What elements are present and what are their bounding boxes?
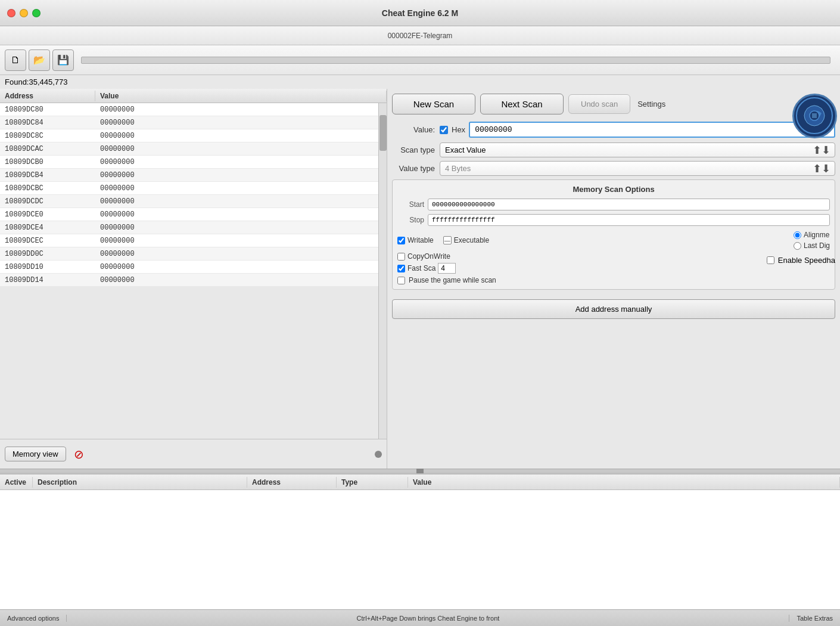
settings-link[interactable]: Settings <box>637 100 665 109</box>
table-row[interactable]: 10809DD0C00000000 <box>0 247 387 261</box>
table-row[interactable]: 10809DCE400000000 <box>0 221 387 234</box>
pause-label: Pause the game while scan <box>409 276 496 284</box>
next-scan-button[interactable]: Next Scan <box>480 94 564 114</box>
process-name: 000002FE-Telegram <box>388 32 453 40</box>
writable-checkbox[interactable] <box>397 237 405 244</box>
speedhack-area: Enable Speedha <box>767 256 835 265</box>
new-file-button[interactable]: 🗋 <box>5 49 26 71</box>
address-cell: 10809DCB4 <box>0 170 95 181</box>
minimize-button[interactable] <box>20 9 28 17</box>
status-center: Ctrl+Alt+Page Down brings Cheat Engine t… <box>67 615 789 622</box>
address-cell: 10809DC8C <box>0 131 95 141</box>
alignment-radio[interactable] <box>794 231 801 239</box>
value-column-header: Value <box>95 91 387 101</box>
bottom-section: Active Description Address Type Value <box>0 473 840 609</box>
value-cell: 00000000 <box>95 183 387 194</box>
new-scan-button[interactable]: New Scan <box>392 94 475 114</box>
clear-button[interactable]: ⊘ <box>71 446 88 463</box>
stop-address-row: Stop <box>397 214 830 226</box>
copy-on-write-checkbox-item: CopyOnWrite <box>397 252 450 261</box>
add-address-button[interactable]: Add address manually <box>392 299 835 319</box>
value-cell: 00000000 <box>95 144 387 154</box>
value-cell: 00000000 <box>95 131 387 141</box>
executable-partial-checkbox[interactable]: — <box>443 236 452 244</box>
window-controls[interactable] <box>7 9 41 17</box>
undo-scan-button[interactable]: Undo scan <box>568 94 630 114</box>
value-cell: 00000000 <box>95 249 387 259</box>
table-row[interactable]: 10809DD1000000000 <box>0 261 387 274</box>
scrollbar[interactable] <box>378 103 387 439</box>
scan-type-select[interactable]: Exact Value Bigger than... Smaller than.… <box>440 142 835 157</box>
window-title: Cheat Engine 6.2 M <box>382 8 458 18</box>
radio-group: Alignme Last Dig <box>794 231 830 250</box>
value-cell: 00000000 <box>95 222 387 233</box>
table-row[interactable]: 10809DCAC00000000 <box>0 142 387 156</box>
memory-scan-section: Memory Scan Options Start Stop Writable … <box>392 179 835 290</box>
table-row[interactable]: 10809DC8000000000 <box>0 103 387 116</box>
close-button[interactable] <box>7 9 15 17</box>
table-row[interactable]: 10809DC8C00000000 <box>0 129 387 142</box>
address-table: Address Value 10809DC800000000010809DC84… <box>0 89 387 439</box>
pause-checkbox[interactable] <box>397 277 405 284</box>
stop-label: Stop <box>397 216 424 224</box>
split-pane: Address Value 10809DC800000000010809DC84… <box>0 89 840 469</box>
table-row[interactable]: 10809DC8400000000 <box>0 116 387 129</box>
fast-scan-label: Fast Sca <box>407 264 435 272</box>
checkboxes-row: Writable — Executable Alignme Last <box>397 231 830 250</box>
last-digits-radio[interactable] <box>794 242 801 250</box>
table-row[interactable]: 10809DCEC00000000 <box>0 234 387 247</box>
value-cell: 00000000 <box>95 275 387 286</box>
table-row[interactable]: 10809DCB400000000 <box>0 169 387 182</box>
table-row[interactable]: 10809DCBC00000000 <box>0 182 387 195</box>
address-cell: 10809DC84 <box>0 117 95 128</box>
executable-checkbox-item: — Executable <box>443 236 489 244</box>
writable-checkbox-item: Writable <box>397 236 434 244</box>
title-bar: Cheat Engine 6.2 M <box>0 0 840 26</box>
last-digits-radio-item: Last Dig <box>794 241 830 250</box>
status-right[interactable]: Table Extras <box>789 615 840 622</box>
scan-type-row: Scan type Exact Value Bigger than... Sma… <box>392 142 835 157</box>
checkboxes-row-3: Fast Sca <box>397 263 830 274</box>
start-address-input[interactable] <box>428 199 830 210</box>
memory-scan-title: Memory Scan Options <box>397 185 830 194</box>
value-type-label: Value type <box>392 164 440 173</box>
fast-scan-value-input[interactable] <box>438 263 456 274</box>
enable-speedhack-checkbox[interactable] <box>767 256 774 264</box>
address-column-header: Address <box>0 91 95 101</box>
hex-checkbox[interactable] <box>440 126 448 134</box>
drag-handle[interactable] <box>375 451 382 458</box>
divider-handle[interactable] <box>0 469 840 473</box>
scrollbar-thumb[interactable] <box>379 115 387 151</box>
alignment-label: Alignme <box>804 231 829 239</box>
fast-scan-checkbox[interactable] <box>397 265 405 272</box>
address-cell: 10809DCE0 <box>0 209 95 220</box>
value-cell: 00000000 <box>95 235 387 246</box>
maximize-button[interactable] <box>32 9 41 17</box>
found-count-bar: Found:35,445,773 <box>0 75 840 89</box>
enable-speedhack-label: Enable Speedha <box>778 256 835 265</box>
address-cell: 10809DCE4 <box>0 222 95 233</box>
subtitle-bar: 000002FE-Telegram <box>0 26 840 45</box>
copy-on-write-checkbox[interactable] <box>397 253 405 261</box>
hex-checkbox-area: Hex <box>440 125 465 134</box>
hex-label: Hex <box>452 125 465 134</box>
open-file-button[interactable]: 📂 <box>29 49 50 71</box>
writable-label: Writable <box>407 236 434 244</box>
executable-label: Executable <box>454 236 489 244</box>
table-row[interactable]: 10809DCDC00000000 <box>0 195 387 208</box>
stop-address-input[interactable] <box>428 214 830 226</box>
table-body[interactable]: 10809DC800000000010809DC840000000010809D… <box>0 103 387 439</box>
bottom-table-header: Active Description Address Type Value <box>0 475 840 490</box>
table-row[interactable]: 10809DD1400000000 <box>0 274 387 287</box>
table-row[interactable]: 10809DCB000000000 <box>0 156 387 169</box>
address-col-header: Address <box>247 477 337 488</box>
table-row[interactable]: 10809DCE000000000 <box>0 208 387 221</box>
value-cell: 00000000 <box>95 117 387 128</box>
left-panel: Address Value 10809DC800000000010809DC84… <box>0 89 387 469</box>
scan-type-wrapper: Exact Value Bigger than... Smaller than.… <box>440 142 835 157</box>
status-left[interactable]: Advanced options <box>0 615 67 622</box>
value-type-select[interactable]: 4 Bytes 1 Byte 2 Bytes 8 Bytes Float Dou… <box>440 161 835 176</box>
memory-view-button[interactable]: Memory view <box>5 447 66 461</box>
save-file-button[interactable]: 💾 <box>52 49 74 71</box>
value-input[interactable] <box>469 122 835 138</box>
